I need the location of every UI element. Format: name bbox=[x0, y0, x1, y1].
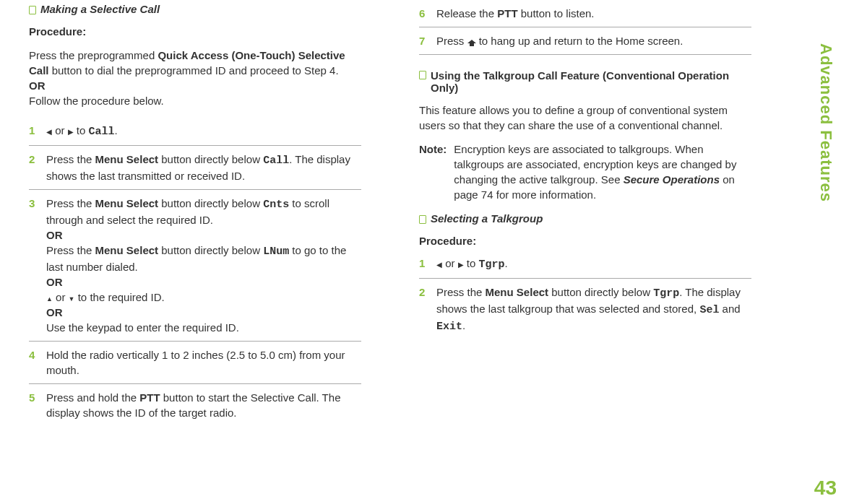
step-body: Press the Menu Select button directly be… bbox=[46, 196, 361, 335]
step-body: Press the Menu Select button directly be… bbox=[46, 152, 361, 183]
exit-code: Exit bbox=[436, 321, 462, 333]
step-number: 5 bbox=[29, 390, 39, 420]
tg-step-1: 1 or to Tgrp. bbox=[419, 250, 751, 279]
document-icon bbox=[29, 6, 36, 14]
step-5: 5 Press and hold the PTT button to start… bbox=[29, 384, 361, 426]
or-label: OR bbox=[46, 306, 63, 318]
intro-a: Press the preprogrammed bbox=[29, 49, 158, 61]
t: button directly below bbox=[548, 286, 653, 298]
section-talkgroup-call-feature: Using the Talkgroup Call Feature (Conven… bbox=[419, 69, 751, 94]
note-block: Note: Encryption keys are associated to … bbox=[419, 142, 751, 202]
t: button directly below bbox=[158, 153, 263, 165]
or-label: OR bbox=[46, 229, 63, 241]
sel-code: Sel bbox=[699, 304, 719, 316]
arrow-up-icon bbox=[46, 291, 53, 303]
or-text: or bbox=[53, 291, 69, 303]
document-icon bbox=[419, 71, 426, 79]
step-number: 2 bbox=[419, 284, 429, 334]
menu-select-bold: Menu Select bbox=[95, 153, 159, 165]
step-number: 3 bbox=[29, 196, 39, 335]
intro-b: button to dial the preprogrammed ID and … bbox=[49, 64, 339, 77]
step-body: Press the Menu Select button directly be… bbox=[436, 284, 751, 334]
lnum-code: LNum bbox=[263, 246, 289, 258]
menu-select-bold: Menu Select bbox=[95, 197, 159, 209]
t: Press and hold the bbox=[46, 391, 139, 404]
step-number: 6 bbox=[419, 6, 429, 21]
arrow-right-icon bbox=[68, 124, 74, 136]
t: Press the bbox=[46, 197, 95, 209]
step-2: 2 Press the Menu Select button directly … bbox=[29, 146, 361, 190]
step-number: 7 bbox=[419, 33, 429, 48]
step-6: 6 Release the PTT button to listen. bbox=[419, 0, 751, 27]
step-body: or to Tgrp. bbox=[436, 256, 751, 272]
t: . bbox=[462, 319, 465, 331]
section-title-text: Making a Selective Call bbox=[40, 3, 160, 15]
sidebar-section-label: Advanced Features bbox=[816, 43, 835, 202]
ptt-bold: PTT bbox=[497, 7, 517, 19]
note-body: Encryption keys are associated to talkgr… bbox=[454, 142, 751, 202]
secure-operations-ref: Secure Operations bbox=[624, 173, 720, 186]
intro-c: Follow the procedure below. bbox=[29, 95, 164, 107]
step-body: Release the PTT button to listen. bbox=[436, 6, 751, 21]
step-body: or to Call. bbox=[46, 123, 361, 139]
t: button directly below bbox=[158, 197, 263, 209]
or-label: OR bbox=[29, 79, 46, 92]
period: . bbox=[505, 257, 508, 269]
menu-select-bold: Menu Select bbox=[486, 286, 549, 298]
tgrp-code: Tgrp bbox=[653, 287, 679, 300]
t: Press bbox=[436, 35, 467, 47]
section2-body: This feature allows you to define a grou… bbox=[419, 103, 751, 133]
t: Use the keypad to enter the required ID. bbox=[46, 321, 239, 334]
step-number: 1 bbox=[419, 256, 429, 272]
note-label: Note: bbox=[419, 142, 447, 202]
section-title-text: Selecting a Talkgroup bbox=[431, 212, 543, 225]
to-text: to bbox=[74, 124, 89, 136]
arrow-left-icon bbox=[46, 124, 52, 136]
t: Press the bbox=[46, 153, 95, 165]
step-number: 1 bbox=[29, 123, 39, 139]
or-text: or bbox=[442, 257, 458, 269]
section-making-selective-call: Making a Selective Call bbox=[29, 3, 361, 15]
t: Press the bbox=[436, 286, 486, 298]
document-icon bbox=[419, 215, 426, 224]
step-body: Press to hang up and return to the Home … bbox=[436, 33, 751, 48]
menu-select-bold: Menu Select bbox=[95, 244, 159, 256]
step-body: Press and hold the PTT button to start t… bbox=[46, 390, 361, 420]
procedure-label: Procedure: bbox=[419, 235, 751, 247]
t: to the required ID. bbox=[75, 291, 165, 303]
or-label: OR bbox=[46, 276, 63, 288]
call-code: Call bbox=[263, 155, 289, 167]
t: to hang up and return to the Home screen… bbox=[476, 35, 683, 47]
t: button directly below bbox=[158, 244, 263, 256]
tg-step-2: 2 Press the Menu Select button directly … bbox=[419, 279, 751, 340]
arrow-left-icon bbox=[436, 257, 442, 269]
call-code: Call bbox=[89, 126, 115, 138]
procedure-label: Procedure: bbox=[29, 25, 361, 38]
step-7: 7 Press to hang up and return to the Hom… bbox=[419, 27, 751, 55]
step-4: 4 Hold the radio vertically 1 to 2 inche… bbox=[29, 342, 361, 384]
section-selecting-talkgroup: Selecting a Talkgroup bbox=[419, 212, 751, 225]
cnts-code: Cnts bbox=[263, 199, 289, 211]
tgrp-code: Tgrp bbox=[479, 258, 505, 271]
period: . bbox=[115, 124, 118, 136]
section-title-text: Using the Talkgroup Call Feature (Conven… bbox=[431, 69, 751, 94]
arrow-down-icon bbox=[69, 291, 75, 303]
t: button to listen. bbox=[518, 7, 595, 19]
ptt-bold: PTT bbox=[139, 391, 160, 404]
step-body: Hold the radio vertically 1 to 2 inches … bbox=[46, 347, 361, 378]
step-1: 1 or to Call. bbox=[29, 117, 361, 146]
or-text: or bbox=[52, 124, 68, 136]
step-number: 2 bbox=[29, 152, 39, 183]
arrow-right-icon bbox=[458, 257, 464, 269]
t: Press the bbox=[46, 244, 95, 256]
intro-paragraph: Press the preprogrammed Quick Access (On… bbox=[29, 48, 361, 108]
t: Release the bbox=[436, 7, 497, 19]
step-3: 3 Press the Menu Select button directly … bbox=[29, 190, 361, 342]
to-text: to bbox=[464, 257, 479, 269]
step-number: 4 bbox=[29, 347, 39, 378]
t: and bbox=[719, 303, 740, 315]
home-icon bbox=[467, 38, 476, 46]
page-number: 43 bbox=[814, 477, 837, 500]
